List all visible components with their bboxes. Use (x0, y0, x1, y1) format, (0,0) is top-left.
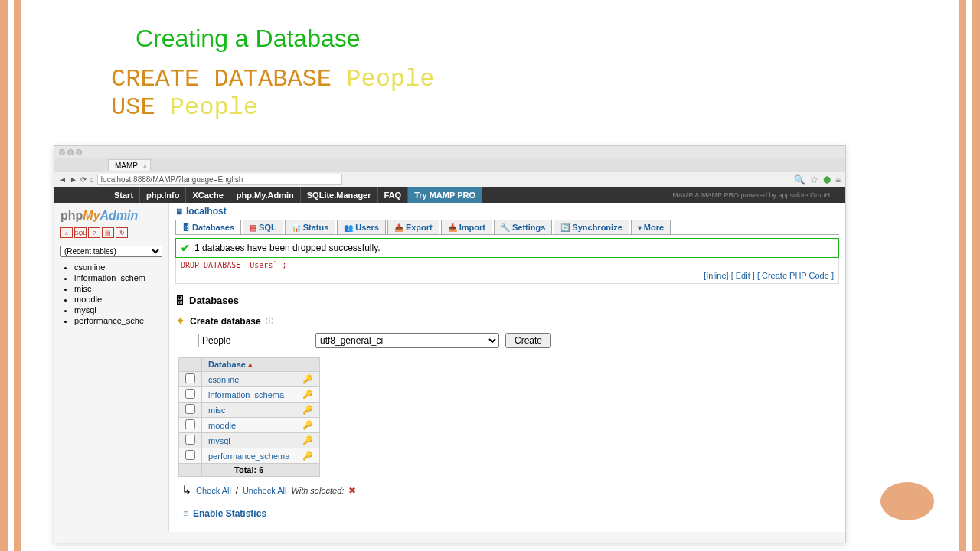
privileges-icon[interactable]: 🔑 (302, 435, 313, 445)
sql-echo-box: DROP DATABASE `Users` ; [Inline] [ Edit … (175, 258, 839, 284)
create-php-link[interactable]: Create PHP Code (762, 271, 829, 280)
mamp-nav-start[interactable]: Start (108, 187, 140, 203)
uncheck-all-link[interactable]: Uncheck All (243, 486, 286, 495)
mamp-nav-phpinfo[interactable]: php.Info (140, 187, 186, 203)
create-db-label: Create database (190, 316, 261, 327)
sidebar-db-item[interactable]: csonline (74, 262, 162, 272)
tab-import[interactable]: 📥Import (441, 220, 492, 234)
bookmark-icon[interactable]: ☆ (810, 174, 818, 185)
server-icon (175, 206, 183, 217)
edit-link[interactable]: Edit (736, 271, 750, 280)
browser-tab[interactable]: MAMP× (108, 159, 151, 171)
db-name-cell[interactable]: mysql (202, 433, 296, 448)
tab-users[interactable]: 👥Users (337, 220, 386, 234)
tab-status[interactable]: 📊Status (285, 220, 336, 234)
table-row: misc🔑 (179, 403, 320, 418)
create-db-collation-select[interactable]: utf8_general_ci (315, 333, 499, 348)
mamp-nav-sqlite[interactable]: SQLite.Manager (301, 187, 378, 203)
mamp-nav-faq[interactable]: FAQ (378, 187, 409, 203)
mamp-nav-phpmyadmin[interactable]: php.My.Admin (230, 187, 301, 203)
tab-close-icon[interactable]: × (143, 162, 147, 170)
tab-synchronize[interactable]: 🔄Synchronize (554, 220, 629, 234)
tab-export[interactable]: 📤Export (387, 220, 439, 234)
home-icon[interactable]: ⌂ (60, 227, 73, 238)
total-row: Total: 6 (202, 464, 296, 477)
mamp-nav-try-pro[interactable]: Try MAMP PRO (408, 187, 482, 203)
pma-tabs: 🗄Databases ▤SQL 📊Status 👥Users 📤Export 📥… (175, 220, 839, 235)
databases-table: Database csonline🔑information_schema🔑mis… (178, 357, 320, 477)
db-name-cell[interactable]: csonline (202, 372, 296, 387)
sidebar-db-item[interactable]: moodle (74, 294, 162, 305)
reload-icon[interactable]: ↻ (116, 227, 128, 238)
sql-icon[interactable]: SQL (74, 227, 87, 238)
decorative-circle (880, 482, 934, 520)
help-icon[interactable]: ⓘ (266, 316, 273, 327)
privileges-icon[interactable]: 🔑 (302, 405, 313, 414)
sidebar-db-item[interactable]: performance_sche (74, 315, 162, 326)
zoom-icon[interactable]: 🔍 (794, 174, 805, 185)
drop-icon[interactable]: ✖ (348, 485, 356, 496)
privileges-icon[interactable]: 🔑 (302, 420, 313, 429)
table-row: performance_schema🔑 (179, 448, 320, 464)
db-name-cell[interactable]: performance_schema (202, 448, 296, 464)
row-checkbox[interactable] (185, 389, 195, 399)
with-selected-label: With selected: (291, 486, 344, 495)
address-bar[interactable]: localhost:8888/MAMP/?language=English (97, 174, 342, 185)
slide-title: Creating a Database (136, 24, 361, 53)
row-checkbox[interactable] (185, 404, 195, 414)
nav-reload-icon[interactable]: ⟳ (80, 175, 87, 184)
col-database[interactable]: Database (202, 358, 296, 372)
check-icon: ✔ (181, 242, 190, 254)
db-name-cell[interactable]: moodle (202, 418, 296, 433)
privileges-icon[interactable]: 🔑 (302, 374, 313, 383)
docs-icon[interactable]: ? (88, 227, 100, 238)
server-breadcrumb[interactable]: localhost (175, 206, 839, 217)
mamp-navbar: Start php.Info XCache php.My.Admin SQLit… (54, 187, 845, 203)
bulk-action-row: ↳ Check All / Uncheck All With selected:… (181, 483, 839, 497)
row-checkbox[interactable] (185, 435, 195, 445)
privileges-icon[interactable]: 🔑 (302, 451, 313, 460)
sql-code-block: CREATE DATABASE People USE People (111, 65, 434, 122)
database-list: csonlineinformation_schemmiscmoodlemysql… (60, 262, 162, 326)
enable-statistics-link[interactable]: ≡ Enable Statistics (183, 508, 839, 519)
window-minimize-icon[interactable] (67, 149, 74, 155)
table-row: mysql🔑 (179, 433, 320, 448)
privileges-icon[interactable]: 🔑 (302, 390, 313, 399)
nav-back-icon[interactable]: ◄ (59, 175, 67, 184)
row-checkbox[interactable] (185, 419, 195, 429)
mamp-nav-xcache[interactable]: XCache (186, 187, 230, 203)
table-row: information_schema🔑 (179, 387, 320, 403)
window-titlebar (54, 146, 845, 158)
menu-icon[interactable]: ≡ (835, 174, 841, 185)
db-name-cell[interactable]: misc (202, 403, 296, 418)
browser-window: MAMP× ◄ ► ⟳ ⌂ localhost:8888/MAMP/?langu… (54, 145, 846, 543)
recent-tables-select[interactable]: (Recent tables) (60, 246, 162, 257)
mamp-footer: MAMP & MAMP PRO powered by appsolute Gmb… (672, 191, 845, 199)
query-icon[interactable]: ▤ (102, 227, 114, 238)
success-message: ✔ 1 databases have been dropped successf… (175, 238, 839, 258)
window-zoom-icon[interactable] (76, 149, 82, 155)
databases-heading: Databases (175, 295, 839, 306)
nav-home-icon[interactable]: ⌂ (90, 175, 94, 184)
tab-databases[interactable]: 🗄Databases (175, 220, 241, 234)
nav-forward-icon[interactable]: ► (70, 175, 77, 184)
arrow-up-icon: ↳ (181, 483, 191, 497)
sidebar-db-item[interactable]: mysql (74, 305, 162, 315)
database-icon (175, 295, 185, 306)
db-name-cell[interactable]: information_schema (202, 387, 296, 403)
create-button[interactable]: Create (505, 333, 551, 348)
window-close-icon[interactable] (59, 149, 65, 155)
stats-icon: ≡ (183, 508, 188, 519)
create-db-name-input[interactable] (198, 334, 309, 347)
sidebar-db-item[interactable]: misc (74, 283, 162, 294)
tab-settings[interactable]: 🔧Settings (494, 220, 552, 234)
row-checkbox[interactable] (185, 450, 195, 460)
sidebar-db-item[interactable]: information_schem (74, 272, 162, 283)
shield-icon[interactable]: ⬢ (823, 174, 831, 185)
row-checkbox[interactable] (185, 373, 195, 383)
check-all-link[interactable]: Check All (196, 486, 231, 495)
tab-sql[interactable]: ▤SQL (243, 220, 283, 234)
tab-more[interactable]: ▾More (631, 220, 671, 234)
pma-sidebar: phpMyAdmin ⌂ SQL ? ▤ ↻ (Recent tables) c… (54, 203, 169, 532)
inline-link[interactable]: Inline (706, 271, 726, 280)
